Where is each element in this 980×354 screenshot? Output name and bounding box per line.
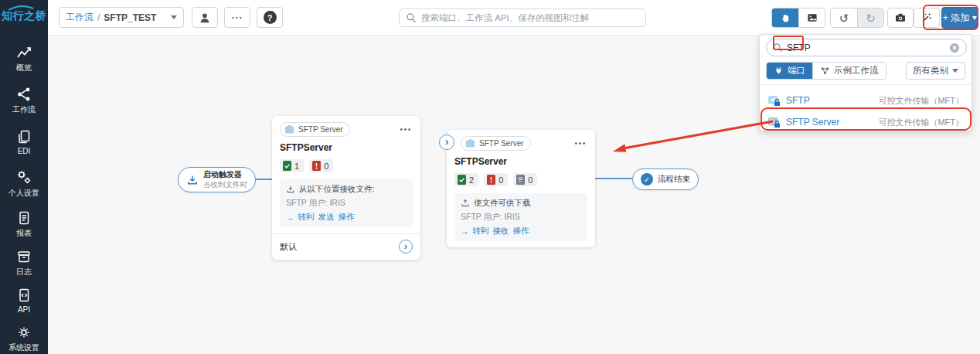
undo-icon: ↺ bbox=[839, 12, 849, 24]
marquee-select-button[interactable] bbox=[798, 9, 825, 27]
category-filter-button[interactable]: 所有类别 bbox=[906, 62, 965, 80]
person-icon bbox=[198, 11, 212, 25]
card-footer[interactable]: 默认 › bbox=[272, 233, 420, 254]
success-count-badge[interactable]: 1 bbox=[280, 159, 304, 172]
port-type-pill[interactable]: SFTP Server bbox=[461, 136, 531, 151]
documents-icon bbox=[16, 129, 32, 145]
card-menu-button[interactable] bbox=[398, 126, 413, 133]
collapse-chevron-button[interactable]: › bbox=[439, 134, 454, 150]
port-result-sftp-server[interactable]: SFTP Server 可控文件传输（MFT） bbox=[760, 111, 971, 133]
more-options-button[interactable]: ··· bbox=[224, 7, 250, 28]
check-circle-icon: ✓ bbox=[641, 173, 653, 186]
chevron-down-icon bbox=[972, 16, 977, 20]
sidebar-item-workflow[interactable]: 工作流 bbox=[0, 87, 48, 115]
receive-events-link[interactable]: 接收 bbox=[493, 226, 509, 237]
workflow-breadcrumb-select[interactable]: 工作流 / SFTP_TEST bbox=[59, 7, 184, 28]
tab-ports[interactable]: 端口 bbox=[767, 63, 812, 79]
tab-sample-workflows-label: 示例工作流 bbox=[834, 65, 879, 77]
global-search[interactable]: 搜索端口、工作流 API、保存的视图和注解 bbox=[399, 9, 646, 27]
error-count: 0 bbox=[499, 175, 503, 185]
sidebar: 知行之桥 概览 工作流 EDI 个人设置 报表 日志 API bbox=[0, 0, 48, 354]
sidebar-item-reports[interactable]: 报表 bbox=[0, 210, 48, 239]
port-search-input[interactable]: SFTP bbox=[766, 39, 967, 56]
connector-card2-to-end bbox=[595, 178, 632, 179]
error-doc-icon bbox=[312, 161, 321, 171]
port-card-sftpserver-2[interactable]: › SFTP Server SFTPServer 2 0 0 bbox=[447, 130, 595, 247]
goto-links: → 转到 发送 操作 bbox=[286, 212, 407, 223]
success-count-badge[interactable]: 2 bbox=[454, 173, 478, 186]
error-count-badge[interactable]: 0 bbox=[484, 173, 508, 186]
goto-link[interactable]: 转到 bbox=[473, 226, 489, 237]
port-result-category: 可控文件传输（MFT） bbox=[878, 95, 964, 107]
card-header: SFTP Server bbox=[280, 122, 413, 137]
search-icon bbox=[773, 43, 783, 53]
expand-chevron-button[interactable]: › bbox=[399, 240, 413, 254]
operations-link[interactable]: 操作 bbox=[513, 226, 529, 237]
sidebar-item-edi[interactable]: EDI bbox=[0, 129, 48, 155]
card-menu-button[interactable] bbox=[573, 140, 587, 147]
sftp-user-line: SFTP 用户: IRIS bbox=[461, 212, 581, 223]
provide-download-icon bbox=[461, 199, 470, 208]
port-name: SFTPServer bbox=[454, 156, 587, 167]
gear-icon bbox=[16, 325, 32, 340]
gears-icon bbox=[15, 168, 32, 186]
end-node[interactable]: ✓ 流程结束 bbox=[632, 168, 699, 190]
success-doc-icon bbox=[283, 161, 291, 171]
add-button[interactable]: + 添加 bbox=[941, 7, 978, 29]
success-count: 1 bbox=[294, 162, 299, 171]
footer-default-label: 默认 bbox=[280, 241, 297, 253]
app-root: 知行之桥 概览 工作流 EDI 个人设置 报表 日志 API bbox=[0, 0, 980, 354]
magic-wand-icon bbox=[920, 12, 933, 24]
sftp-server-port-icon bbox=[284, 124, 294, 134]
line-chart-icon bbox=[16, 45, 32, 60]
status-badges: 1 0 bbox=[280, 159, 413, 172]
ellipsis-icon: ··· bbox=[232, 13, 243, 22]
download-tray-icon bbox=[186, 174, 199, 186]
sidebar-item-label: 个人设置 bbox=[9, 188, 39, 199]
sidebar-item-system-settings[interactable]: 系统设置 bbox=[0, 325, 48, 353]
sidebar-item-personal-settings[interactable]: 个人设置 bbox=[0, 168, 48, 199]
pending-count: 0 bbox=[528, 175, 533, 185]
sample-workflow-icon bbox=[820, 66, 830, 76]
add-port-dropdown-panel: SFTP 端口 示例工作流 所有类别 SFTP 可控文件传输（MFT） bbox=[759, 34, 972, 131]
sftp-user-line: SFTP 用户: IRIS bbox=[286, 198, 407, 209]
port-name: SFTPServer bbox=[280, 142, 413, 153]
brand-logo-text: 知行之桥 bbox=[2, 9, 46, 22]
sidebar-item-api[interactable]: API bbox=[0, 288, 48, 314]
sftp-server-icon bbox=[767, 116, 781, 129]
snapshot-button[interactable] bbox=[887, 8, 914, 28]
success-doc-icon bbox=[458, 175, 466, 185]
sidebar-item-overview[interactable]: 概览 bbox=[0, 45, 48, 73]
clear-circle-icon bbox=[949, 43, 960, 53]
error-count-badge[interactable]: 0 bbox=[309, 159, 333, 172]
pan-tool-button[interactable] bbox=[772, 9, 798, 27]
tab-sample-workflows[interactable]: 示例工作流 bbox=[812, 63, 886, 79]
auto-layout-button[interactable] bbox=[914, 8, 940, 28]
operations-link[interactable]: 操作 bbox=[339, 212, 355, 223]
help-button[interactable]: ? bbox=[257, 7, 283, 28]
port-result-sftp[interactable]: SFTP 可控文件传输（MFT） bbox=[760, 90, 971, 111]
port-result-category: 可控文件传输（MFT） bbox=[878, 117, 964, 128]
sidebar-item-label: 概览 bbox=[16, 63, 32, 73]
port-action-summary: 使文件可供下载 SFTP 用户: IRIS → 转到 接收 操作 bbox=[454, 193, 587, 241]
port-search-value: SFTP bbox=[787, 43, 811, 53]
port-card-sftpserver-1[interactable]: SFTP Server SFTPServer 1 0 从以下位置接收文件: SF… bbox=[272, 116, 420, 260]
user-button[interactable] bbox=[192, 7, 218, 28]
report-document-icon bbox=[16, 210, 32, 226]
code-document-icon bbox=[16, 288, 32, 303]
pending-count-badge[interactable]: 0 bbox=[513, 173, 537, 186]
breadcrumb-current: SFTP_TEST bbox=[104, 12, 156, 23]
port-type-label: SFTP Server bbox=[479, 139, 524, 148]
sidebar-item-logs[interactable]: 日志 bbox=[0, 249, 48, 277]
clear-search-button[interactable] bbox=[949, 43, 960, 53]
arrow-right-icon: → bbox=[461, 226, 469, 236]
send-events-link[interactable]: 发送 bbox=[318, 212, 335, 223]
goto-links: → 转到 接收 操作 bbox=[461, 226, 581, 237]
redo-button[interactable]: ↻ bbox=[857, 9, 883, 27]
start-trigger-node[interactable]: 启动触发器 当收到文件时 bbox=[178, 167, 256, 192]
error-doc-icon bbox=[487, 175, 495, 185]
goto-link[interactable]: 转到 bbox=[298, 212, 315, 223]
breadcrumb-separator: / bbox=[97, 12, 100, 23]
undo-button[interactable]: ↺ bbox=[831, 9, 857, 27]
port-type-pill[interactable]: SFTP Server bbox=[280, 122, 350, 137]
